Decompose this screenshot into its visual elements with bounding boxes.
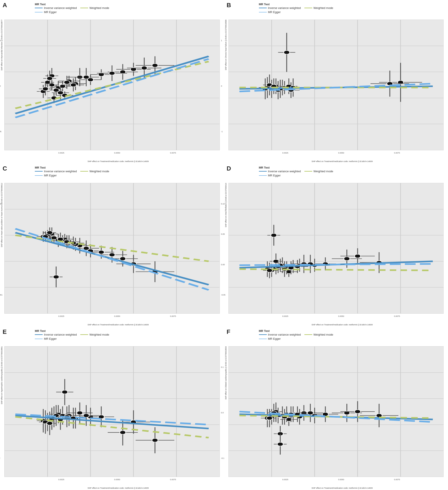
legend-title-F: MR Test xyxy=(259,329,333,332)
legend-wm-B: Weighted mode xyxy=(304,6,333,9)
panel-label-F: F xyxy=(227,328,230,335)
y-tick-F-0: -0.1 xyxy=(221,457,225,459)
chart-svg-A xyxy=(5,20,220,150)
svg-point-140 xyxy=(284,51,290,54)
legend-title-C: MR Test xyxy=(35,166,109,169)
panel-A: AMR TestInverse variance weightedWeighte… xyxy=(0,0,224,163)
svg-rect-312 xyxy=(5,347,220,477)
y-axis-main-label-F: SNP effect on Dilated cardiomyopathy || … xyxy=(225,346,227,400)
x-tick-D-2: 0.0075 xyxy=(394,315,400,317)
panel-C: CMR TestInverse variance weightedWeighte… xyxy=(0,163,224,327)
chart-area-C: 0.00250.00500.0075-0.0010.000 xyxy=(4,183,220,314)
svg-point-203 xyxy=(98,250,104,254)
y-axis-main-label-E: SNP effect on Hypertrophic cardiomyopath… xyxy=(1,346,3,404)
x-tick-B-0: 0.0025 xyxy=(282,152,288,154)
svg-point-80 xyxy=(109,71,115,75)
chart-svg-C xyxy=(5,183,220,313)
svg-point-437 xyxy=(266,416,272,420)
x-axis-label-E: SNP effect on Treatment/medication code:… xyxy=(87,487,149,489)
legend-E: MR TestInverse variance weightedWeighted… xyxy=(35,329,109,341)
x-tick-D-0: 0.0025 xyxy=(282,315,288,317)
chart-area-B: 0.00250.00500.0075-101 xyxy=(228,20,444,150)
svg-point-65 xyxy=(47,77,53,80)
legend-wm-F: Weighted mode xyxy=(304,333,333,336)
svg-point-71 xyxy=(53,88,59,92)
svg-point-224 xyxy=(83,246,89,250)
x-tick-C-2: 0.0075 xyxy=(170,315,176,317)
svg-point-296 xyxy=(271,234,277,237)
legend-egger-B: MR Egger xyxy=(259,10,333,14)
y-tick-E-0: -0.2 xyxy=(0,457,0,459)
x-tick-A-2: 0.0075 xyxy=(170,152,176,154)
panel-D: DMR TestInverse variance weightedWeighte… xyxy=(224,163,448,327)
svg-point-377 xyxy=(47,421,53,425)
legend-title-B: MR Test xyxy=(259,3,333,6)
legend-D: MR TestInverse variance weightedWeighted… xyxy=(259,166,333,177)
legend-egger-E: MR Egger xyxy=(35,337,109,340)
panel-label-D: D xyxy=(227,165,231,172)
y-axis-main-label-B: SNP effect on Chronic heart failure || i… xyxy=(225,20,227,70)
legend-ivw-B: Inverse variance weighted xyxy=(259,6,301,9)
svg-point-473 xyxy=(277,442,283,446)
svg-point-281 xyxy=(355,254,361,258)
svg-rect-231 xyxy=(229,183,444,313)
legend-wm-C: Weighted mode xyxy=(80,170,109,173)
panel-label-B: B xyxy=(227,2,231,9)
x-tick-E-0: 0.0025 xyxy=(58,479,64,481)
x-tick-E-1: 0.0050 xyxy=(114,479,120,481)
panel-label-E: E xyxy=(3,328,7,335)
svg-point-227 xyxy=(109,253,115,257)
x-tick-A-1: 0.0050 xyxy=(114,152,120,154)
y-tick-A-0: -0.05 xyxy=(0,131,1,133)
x-tick-A-0: 0.0025 xyxy=(58,152,64,154)
svg-point-44 xyxy=(42,87,49,91)
chart-svg-F xyxy=(229,347,444,477)
legend-title-A: MR Test xyxy=(35,3,109,6)
x-tick-F-0: 0.0025 xyxy=(282,479,288,481)
x-tick-F-2: 0.0075 xyxy=(394,479,400,481)
y-tick-B-2: 1 xyxy=(221,39,222,42)
y-axis-main-label-C: SNP effect on Heart valve problem or hea… xyxy=(1,183,3,247)
legend-F: MR TestInverse variance weightedWeighted… xyxy=(259,329,333,341)
x-tick-C-0: 0.0025 xyxy=(58,315,64,317)
y-tick-D-0: -0.05 xyxy=(221,294,226,296)
svg-point-74 xyxy=(70,83,76,87)
legend-ivw-E: Inverse variance weighted xyxy=(35,333,77,336)
legend-wm-E: Weighted mode xyxy=(80,333,109,336)
y-tick-D-1: 0.00 xyxy=(221,263,225,266)
chart-area-A: 0.00250.00500.0075-0.050.000.05 xyxy=(4,20,220,150)
x-tick-D-1: 0.0050 xyxy=(338,315,344,317)
y-axis-main-label-D: SNP effect on Atrial fibrillation || id:… xyxy=(225,183,227,227)
x-axis-label-D: SNP effect on Treatment/medication code:… xyxy=(312,324,373,326)
legend-wm-A: Weighted mode xyxy=(80,6,109,9)
svg-point-344 xyxy=(62,390,68,394)
x-axis-label-F: SNP effect on Treatment/medication code:… xyxy=(312,487,373,489)
svg-point-443 xyxy=(355,410,361,414)
svg-rect-393 xyxy=(229,347,444,477)
panel-label-C: C xyxy=(3,165,7,172)
svg-point-470 xyxy=(307,411,313,415)
x-tick-B-1: 0.0050 xyxy=(338,152,344,154)
page: AMR TestInverse variance weightedWeighte… xyxy=(0,0,448,490)
svg-point-275 xyxy=(266,269,272,272)
y-axis-main-label-A: SNP effect on Myocardial infarction || i… xyxy=(1,20,3,70)
svg-point-53 xyxy=(152,64,158,67)
x-tick-E-2: 0.0075 xyxy=(170,479,176,481)
legend-egger-D: MR Egger xyxy=(259,174,333,177)
chart-svg-D xyxy=(229,183,444,313)
y-tick-D-3: 0.10 xyxy=(221,203,225,205)
legend-ivw-F: Inverse variance weighted xyxy=(259,333,301,336)
chart-area-D: 0.00250.00500.0075-0.050.000.050.10 xyxy=(228,183,444,314)
svg-point-77 xyxy=(83,75,89,79)
x-tick-F-1: 0.0050 xyxy=(338,479,344,481)
svg-point-215 xyxy=(53,275,59,279)
legend-title-E: MR Test xyxy=(35,329,109,332)
legend-A: MR TestInverse variance weightedWeighted… xyxy=(35,3,109,14)
y-tick-A-1: 0.00 xyxy=(0,85,1,87)
legend-egger-C: MR Egger xyxy=(35,174,109,177)
chart-area-F: 0.00250.00500.0075-0.10.00.1 xyxy=(228,346,444,477)
svg-point-194 xyxy=(120,257,126,261)
legend-egger-F: MR Egger xyxy=(259,337,333,340)
svg-point-365 xyxy=(152,438,158,442)
chart-svg-B xyxy=(229,20,444,150)
